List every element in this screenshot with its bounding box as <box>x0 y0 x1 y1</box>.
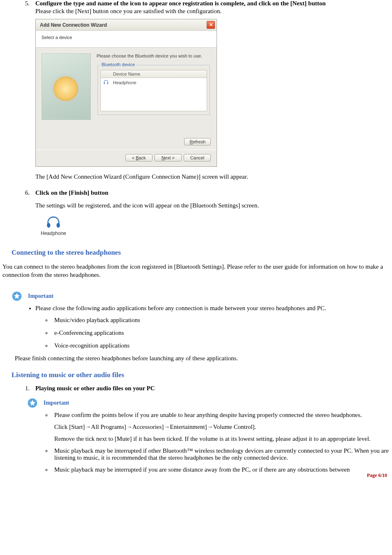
close-icon: ✕ <box>209 23 213 27</box>
important-callout-2: Important <box>27 398 390 408</box>
svg-point-3 <box>57 223 60 228</box>
step-5-title: Configure the type and name of the icon … <box>35 0 326 7</box>
bluetooth-device-group: Bluetooth device Device Name <box>97 62 210 115</box>
device-col-icon <box>101 70 111 78</box>
device-name-cell: Headphone <box>111 78 207 88</box>
step-6: Click on the [Finish] button The setting… <box>31 189 390 209</box>
device-col-name: Device Name <box>111 70 207 78</box>
headphone-icon <box>103 79 109 85</box>
headphone-result-icon: Headphone <box>37 215 70 236</box>
important-label-1: Important <box>28 293 53 299</box>
important-1-item-1: Music/video playback applications <box>52 317 390 324</box>
heading-listening: Listening to music or other audio files <box>12 371 390 379</box>
close-button[interactable]: ✕ <box>207 21 215 29</box>
headphone-icon-label: Headphone <box>37 230 70 236</box>
wizard-body: Please choose the Bluetooth device you w… <box>36 48 217 150</box>
important-1-item-3: Voice-recognition applications <box>52 342 390 349</box>
step-6-title: Click on the [Finish] button <box>35 189 108 196</box>
connecting-intro: You can connect to the stereo headphones… <box>2 263 387 279</box>
important-1-after: Please finish connecting the stereo head… <box>15 355 390 362</box>
important-2-item-1-p2: Remove the tick next to [Mute] if it has… <box>54 435 390 442</box>
step-6-desc: The settings will be registered, and the… <box>35 202 390 209</box>
important-1-list: Please close the following audio applica… <box>2 305 390 349</box>
important-2-list: Please confirm the points below if you a… <box>2 412 390 473</box>
device-row[interactable]: Headphone <box>101 78 207 88</box>
important-1-sublist: Music/video playback applications e-Conf… <box>35 317 390 349</box>
heading-connecting: Connecting to the stereo headphones <box>12 249 390 257</box>
important-1-item-2: e-Conferencing applications <box>52 329 390 336</box>
important-2-item-1: Please confirm the points below if you a… <box>52 412 390 442</box>
wizard-footer: < Back Next > Cancel <box>36 150 217 166</box>
page-footer: Page 6/10 <box>2 472 387 479</box>
wizard-title: Add New Connection Wizard <box>40 22 107 28</box>
important-2-item-2: Music playback may be interrupted if oth… <box>52 447 390 461</box>
add-connection-wizard-dialog: Add New Connection Wizard ✕ Select a dev… <box>35 19 217 167</box>
step-5-after: The [Add New Connection Wizard (Configur… <box>35 173 390 180</box>
headphone-large-icon <box>45 215 62 229</box>
wizard-titlebar: Add New Connection Wizard ✕ <box>36 19 217 31</box>
page-number: Page 6/10 <box>367 472 387 478</box>
wizard-side-image <box>42 53 91 120</box>
svg-rect-0 <box>104 83 105 84</box>
next-button[interactable]: Next > <box>154 154 182 161</box>
wizard-instruction: Please choose the Bluetooth device you w… <box>97 53 211 58</box>
listening-step-1: Playing music or other audio files on yo… <box>31 385 390 392</box>
refresh-button[interactable]: Refresh <box>184 138 211 145</box>
back-button[interactable]: < Back <box>125 154 152 161</box>
important-1-lead: Please close the following audio applica… <box>35 305 390 349</box>
svg-rect-1 <box>107 83 108 84</box>
bluetooth-legend: Bluetooth device <box>100 62 136 67</box>
svg-point-2 <box>47 223 50 228</box>
step-5-desc: Please click the [Next] button once you … <box>35 8 390 15</box>
important-callout-1: Important <box>12 291 390 302</box>
listening-step-1-title: Playing music or other audio files on yo… <box>35 385 155 391</box>
wizard-header: Select a device <box>36 31 217 48</box>
cancel-button[interactable]: Cancel <box>184 154 211 161</box>
important-icon <box>12 291 22 302</box>
step-5: Configure the type and name of the icon … <box>31 0 390 15</box>
important-2-item-1-p1: Click [Start]→All Programs]→Accessories]… <box>54 424 390 431</box>
important-icon <box>27 398 38 408</box>
device-list-table[interactable]: Device Name Headp <box>100 70 207 111</box>
important-label-2: Important <box>44 400 69 406</box>
